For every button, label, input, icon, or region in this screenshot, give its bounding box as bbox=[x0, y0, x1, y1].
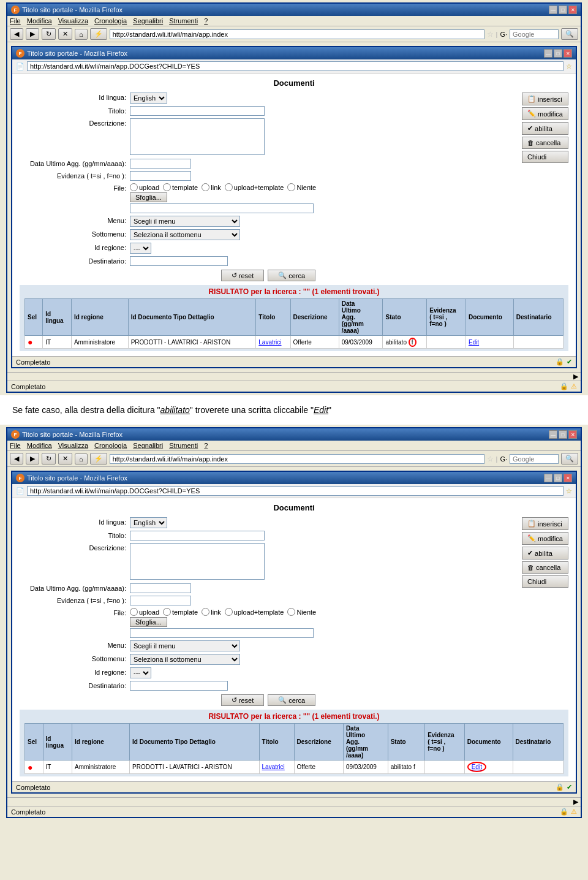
inner-restore-2[interactable]: □ bbox=[554, 474, 562, 482]
abilita-button-1[interactable]: ✔ abilita bbox=[522, 122, 568, 135]
bookmark-button-1[interactable]: ⚡ bbox=[90, 28, 107, 40]
titolo-link-2[interactable]: Lavatrici bbox=[262, 764, 285, 770]
browser-window-controls-1[interactable]: — □ ✕ bbox=[549, 6, 577, 14]
google-search-1[interactable] bbox=[510, 29, 559, 39]
menu-file-1[interactable]: File bbox=[10, 17, 21, 25]
destinatario-input-1[interactable] bbox=[130, 256, 228, 266]
address-bar-1[interactable] bbox=[110, 29, 484, 39]
data-input-2[interactable] bbox=[130, 583, 191, 593]
edit-link-2[interactable]: Edit bbox=[472, 764, 482, 770]
menu-strumenti-2[interactable]: Strumenti bbox=[169, 442, 198, 449]
home-button-2[interactable]: ⌂ bbox=[75, 453, 88, 465]
id-regione-select-1[interactable]: --- bbox=[130, 243, 151, 254]
data-input-1[interactable] bbox=[130, 159, 191, 169]
modifica-button-2[interactable]: ✏️ modifica bbox=[522, 532, 568, 545]
inner-window-controls-1[interactable]: — □ ✕ bbox=[544, 49, 572, 58]
edit-link-1[interactable]: Edit bbox=[469, 339, 479, 346]
file-niente-option-2[interactable]: Niente bbox=[287, 608, 316, 616]
cancella-button-1[interactable]: 🗑 cancella bbox=[522, 137, 568, 149]
file-upload-template-option-1[interactable]: upload+template bbox=[225, 183, 284, 191]
home-button-1[interactable]: ⌂ bbox=[75, 29, 88, 40]
back-button-1[interactable]: ◀ bbox=[10, 28, 23, 40]
menu-strumenti-1[interactable]: Strumenti bbox=[169, 17, 198, 25]
menu-select-2[interactable]: Scegli il menu bbox=[130, 640, 240, 651]
cell-documento-2[interactable]: Edit bbox=[464, 761, 513, 774]
maximize-button-1[interactable]: □ bbox=[559, 6, 567, 14]
search-go-button-1[interactable]: 🔍 bbox=[561, 28, 578, 40]
scrollbar-1[interactable]: ▶ bbox=[7, 372, 581, 381]
menu-segnalibri-1[interactable]: Segnalibri bbox=[133, 17, 163, 25]
menu-visualizza-1[interactable]: Visualizza bbox=[58, 17, 88, 25]
file-path-input-1[interactable] bbox=[130, 203, 314, 213]
inner-url-input-1[interactable] bbox=[27, 61, 564, 71]
file-upload-option-2[interactable]: upload bbox=[130, 608, 159, 616]
id-regione-select-2[interactable]: --- bbox=[130, 667, 151, 678]
destinatario-input-2[interactable] bbox=[130, 681, 228, 691]
address-bar-2[interactable] bbox=[110, 454, 484, 464]
sottomenu-select-1[interactable]: Seleziona il sottomenu bbox=[130, 229, 240, 240]
search-go-button-2[interactable]: 🔍 bbox=[561, 453, 578, 465]
cancella-button-2[interactable]: 🗑 cancella bbox=[522, 561, 568, 574]
menu-help-2[interactable]: ? bbox=[204, 442, 208, 449]
menu-segnalibri-2[interactable]: Segnalibri bbox=[133, 442, 163, 449]
file-template-option-1[interactable]: template bbox=[163, 183, 198, 191]
maximize-button-2[interactable]: □ bbox=[559, 430, 567, 439]
forward-button-2[interactable]: ▶ bbox=[26, 453, 39, 465]
inner-minimize-2[interactable]: — bbox=[544, 474, 552, 482]
close-button-2[interactable]: ✕ bbox=[568, 430, 577, 439]
close-button-1[interactable]: ✕ bbox=[568, 6, 577, 14]
menu-visualizza-2[interactable]: Visualizza bbox=[58, 442, 88, 449]
inner-minimize-1[interactable]: — bbox=[544, 49, 552, 58]
inner-restore-1[interactable]: □ bbox=[554, 49, 562, 58]
cerca-button-1[interactable]: 🔍 cerca bbox=[268, 270, 315, 281]
descrizione-textarea-1[interactable] bbox=[130, 118, 265, 155]
id-lingua-select-1[interactable]: English bbox=[130, 93, 167, 104]
titolo-link-1[interactable]: Lavatrici bbox=[258, 339, 281, 346]
chiudi-button-1[interactable]: Chiudi bbox=[522, 151, 568, 163]
chiudi-button-2[interactable]: Chiudi bbox=[522, 575, 568, 588]
inner-close-2[interactable]: ✕ bbox=[564, 474, 572, 482]
cell-sel-1[interactable]: ● bbox=[25, 336, 43, 349]
file-niente-option-1[interactable]: Niente bbox=[287, 183, 316, 191]
refresh-button-2[interactable]: ↻ bbox=[42, 453, 56, 465]
reset-button-2[interactable]: ↺ reset bbox=[221, 694, 264, 706]
sfoglia-button-1[interactable]: Sfoglia... bbox=[130, 192, 167, 202]
evidenza-input-2[interactable] bbox=[130, 596, 191, 605]
stop-button-1[interactable]: ✕ bbox=[58, 28, 72, 40]
abilita-button-2[interactable]: ✔ abilita bbox=[522, 547, 568, 559]
scrollbar-2[interactable]: ▶ bbox=[7, 797, 581, 806]
reset-button-1[interactable]: ↺ reset bbox=[221, 270, 264, 281]
menu-cronologia-1[interactable]: Cronologia bbox=[94, 17, 127, 25]
titolo-input-1[interactable] bbox=[130, 106, 265, 116]
file-path-input-2[interactable] bbox=[130, 628, 314, 638]
modifica-button-1[interactable]: ✏️ modifica bbox=[522, 107, 568, 120]
menu-select-1[interactable]: Scegli il menu bbox=[130, 216, 240, 227]
evidenza-input-1[interactable] bbox=[130, 171, 191, 181]
menu-modifica-1[interactable]: Modifica bbox=[27, 17, 52, 25]
stop-button-2[interactable]: ✕ bbox=[58, 453, 72, 465]
titolo-input-2[interactable] bbox=[130, 531, 265, 541]
google-search-2[interactable] bbox=[510, 454, 559, 464]
cell-documento-1[interactable]: Edit bbox=[466, 336, 513, 349]
minimize-button-1[interactable]: — bbox=[549, 6, 557, 14]
inner-close-1[interactable]: ✕ bbox=[564, 49, 572, 58]
file-upload-template-option-2[interactable]: upload+template bbox=[225, 608, 284, 616]
inserisci-button-1[interactable]: 📋 inserisci bbox=[522, 93, 568, 105]
menu-file-2[interactable]: File bbox=[10, 442, 21, 449]
sottomenu-select-2[interactable]: Seleziona il sottomenu bbox=[130, 654, 240, 665]
file-link-option-1[interactable]: link bbox=[202, 183, 221, 191]
back-button-2[interactable]: ◀ bbox=[10, 453, 23, 465]
inner-window-controls-2[interactable]: — □ ✕ bbox=[544, 474, 572, 482]
menu-help-1[interactable]: ? bbox=[204, 17, 208, 25]
sfoglia-button-2[interactable]: Sfoglia... bbox=[130, 617, 167, 627]
file-upload-option-1[interactable]: upload bbox=[130, 183, 159, 191]
cerca-button-2[interactable]: 🔍 cerca bbox=[268, 694, 315, 706]
file-template-option-2[interactable]: template bbox=[163, 608, 198, 616]
bookmark-button-2[interactable]: ⚡ bbox=[90, 453, 107, 465]
refresh-button-1[interactable]: ↻ bbox=[42, 28, 56, 40]
browser-window-controls-2[interactable]: — □ ✕ bbox=[549, 430, 577, 439]
id-lingua-select-2[interactable]: English bbox=[130, 517, 167, 528]
menu-modifica-2[interactable]: Modifica bbox=[27, 442, 52, 449]
forward-button-1[interactable]: ▶ bbox=[26, 28, 39, 40]
menu-cronologia-2[interactable]: Cronologia bbox=[94, 442, 127, 449]
